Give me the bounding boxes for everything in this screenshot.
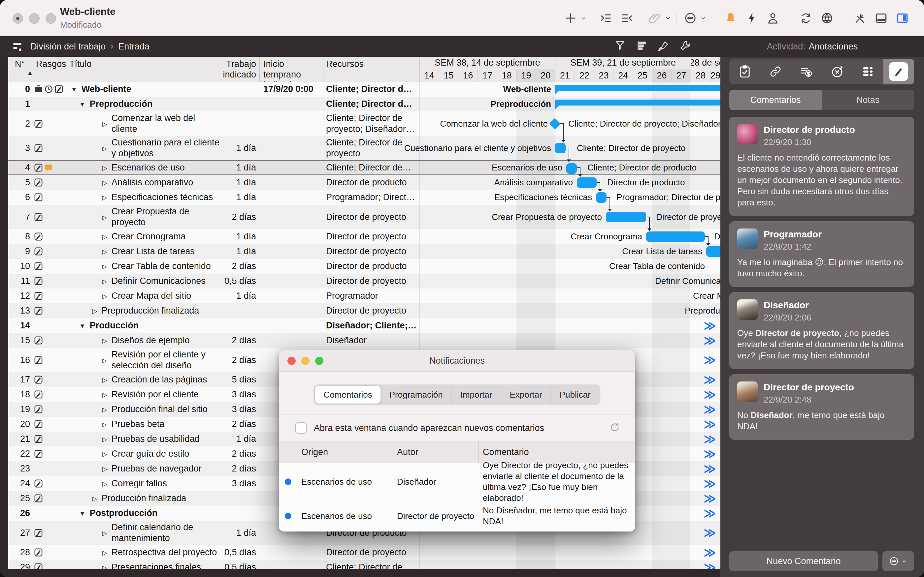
notifications-bell-icon[interactable] — [722, 10, 739, 27]
gantt-offscreen-indicator[interactable]: ≫ — [704, 432, 716, 446]
table-row[interactable]: 10▷Crear Tabla de contenido2 díasDirecto… — [8, 259, 720, 274]
breadcrumb[interactable]: División del trabajo › Entrada — [31, 36, 150, 57]
notif-tab-programación[interactable]: Programación — [381, 386, 451, 404]
column-header-inicio[interactable]: Inicio temprano indicado — [263, 57, 323, 82]
add-icon[interactable] — [562, 10, 579, 27]
gantt-offscreen-indicator[interactable]: ≫ — [704, 333, 716, 348]
tools-icon[interactable] — [851, 10, 869, 27]
panel-bottom-icon[interactable] — [872, 10, 890, 27]
collapse-triangle-icon[interactable]: ▼ — [79, 321, 86, 331]
table-row[interactable]: 5▷Análisis comparativo1 díaDirector de p… — [8, 175, 720, 190]
notif-tab-comentarios[interactable]: Comentarios — [315, 386, 381, 404]
brush-icon[interactable] — [657, 40, 670, 53]
gantt-task-bar[interactable] — [596, 192, 607, 203]
collapse-triangle-icon[interactable]: ▼ — [71, 84, 77, 95]
notif-column-autor[interactable]: Autor — [397, 441, 418, 463]
refresh-icon[interactable] — [609, 421, 621, 435]
minimize-button[interactable] — [29, 13, 40, 24]
notifications-titlebar[interactable]: Notificaciones — [279, 350, 635, 372]
gantt-summary-bar[interactable] — [555, 100, 720, 105]
table-row[interactable]: 1▼PreproducciónCliente; Director d…Prepr… — [8, 97, 720, 111]
chevron-down-icon[interactable] — [664, 10, 672, 27]
expand-triangle-icon[interactable]: ▷ — [102, 163, 107, 173]
wrench-icon[interactable] — [679, 40, 692, 53]
gantt-offscreen-indicator[interactable]: ≫ — [704, 560, 716, 569]
browser-icon[interactable] — [818, 10, 835, 27]
column-header-titulo[interactable]: Título — [69, 57, 195, 82]
gantt-offscreen-indicator[interactable]: ≫ — [704, 318, 716, 333]
close-button[interactable] — [13, 13, 23, 24]
close-icon[interactable] — [288, 357, 296, 365]
table-row[interactable]: 9▷Crear Lista de tareas1 díaDirector de … — [8, 244, 720, 259]
sort-ascending-icon[interactable]: ▲ — [27, 69, 33, 77]
expand-triangle-icon[interactable]: ▷ — [92, 306, 97, 316]
table-row[interactable]: 0▼Web-cliente17/9/20 0:00Cliente; Direct… — [8, 82, 720, 97]
gantt-offscreen-indicator[interactable]: ≫ — [704, 491, 716, 506]
zoom-icon[interactable] — [315, 357, 323, 365]
tab-comentarios[interactable]: Comentarios — [729, 90, 822, 110]
expand-triangle-icon[interactable]: ▷ — [102, 562, 107, 569]
table-row[interactable]: 6▷Especificaciones técnicas1 díaPrograma… — [8, 190, 720, 205]
gantt-task-bar[interactable] — [555, 143, 565, 153]
table-row[interactable]: 13▷Preproducción finalizadaDirector de p… — [8, 303, 720, 318]
expand-triangle-icon[interactable]: ▷ — [102, 434, 107, 445]
gantt-task-bar[interactable] — [646, 232, 705, 242]
gantt-offscreen-indicator[interactable]: ≫ — [704, 461, 716, 476]
table-row[interactable]: 28▷Retrospectiva del proyecto0,5 díasDir… — [8, 545, 720, 560]
expand-triangle-icon[interactable]: ▷ — [102, 246, 107, 257]
table-row[interactable]: 7▷Crear Propuesta de proyecto2 díasDirec… — [8, 205, 720, 229]
filter-icon[interactable] — [614, 40, 626, 53]
gantt-task-bar[interactable] — [606, 212, 646, 222]
expand-triangle-icon[interactable]: ▷ — [102, 479, 107, 489]
clipboard-check-icon[interactable] — [729, 59, 760, 84]
expand-triangle-icon[interactable]: ▷ — [102, 464, 107, 474]
chevron-down-icon[interactable] — [579, 10, 588, 27]
panel-right-icon[interactable] — [893, 10, 911, 27]
table-row[interactable]: 15▷Diseños de ejemplo2 díasDiseñador≫ — [8, 333, 720, 348]
notif-tab-exportar[interactable]: Exportar — [501, 386, 551, 404]
gantt-task-bar[interactable] — [566, 163, 577, 174]
expand-triangle-icon[interactable]: ▷ — [102, 143, 107, 154]
gantt-offscreen-indicator[interactable]: ≫ — [704, 506, 716, 521]
more-circle-icon[interactable] — [682, 10, 699, 27]
person-icon[interactable] — [764, 10, 782, 27]
expand-triangle-icon[interactable]: ▷ — [102, 261, 107, 272]
gantt-offscreen-indicator[interactable]: ≫ — [704, 417, 716, 432]
expand-triangle-icon[interactable]: ▷ — [102, 212, 107, 223]
table-row[interactable]: 11▷Definir Comunicaciones0,5 díasDirecto… — [8, 274, 720, 288]
sync-icon[interactable] — [797, 10, 814, 27]
notification-row[interactable]: Escenarios de usoDiseñadorOye Director d… — [279, 463, 635, 501]
table-row[interactable]: 4▷Escenarios de uso1 díaCliente; Directo… — [8, 160, 720, 175]
expand-triangle-icon[interactable]: ▷ — [102, 389, 107, 400]
cost-icon[interactable] — [791, 59, 822, 84]
chevron-down-icon[interactable] — [699, 10, 708, 27]
outdent-icon[interactable] — [619, 10, 636, 27]
table-row[interactable]: 3▷Cuestionario para el cliente y objetiv… — [8, 136, 720, 160]
link-icon[interactable] — [760, 59, 791, 84]
expand-triangle-icon[interactable]: ▷ — [102, 528, 107, 539]
annotations-pencil-icon[interactable] — [884, 59, 914, 84]
expand-triangle-icon[interactable]: ▷ — [102, 375, 107, 385]
expand-triangle-icon[interactable]: ▷ — [102, 192, 107, 203]
table-row[interactable]: 29▷Presentaciones finales0,5 díasCliente… — [8, 560, 720, 569]
expand-triangle-icon[interactable]: ▷ — [102, 177, 107, 188]
table-row[interactable]: 8▷Crear Cronograma1 díaDirector de proye… — [8, 229, 720, 244]
expand-triangle-icon[interactable]: ▷ — [102, 291, 107, 302]
minimize-icon[interactable] — [301, 357, 310, 365]
notification-row[interactable]: Escenarios de usoDirector de proyectoNo … — [279, 501, 635, 532]
table-row[interactable]: 14▼ProducciónDiseñador; Cliente;…≫ — [8, 318, 720, 333]
columns-icon[interactable] — [852, 59, 883, 84]
column-header-recursos[interactable]: Recursos — [326, 57, 418, 82]
expand-triangle-icon[interactable]: ▷ — [102, 276, 107, 287]
expand-triangle-icon[interactable]: ▷ — [102, 232, 107, 242]
expand-triangle-icon[interactable]: ▷ — [102, 404, 107, 415]
gantt-task-bar[interactable] — [706, 246, 720, 257]
notif-tab-importar[interactable]: Importar — [451, 386, 501, 404]
new-comment-button[interactable]: Nuevo Comentario — [729, 551, 878, 571]
gantt-summary-bar[interactable] — [555, 85, 720, 91]
expand-triangle-icon[interactable]: ▷ — [102, 419, 107, 430]
gantt-offscreen-indicator[interactable]: ≫ — [704, 387, 716, 402]
gantt-offscreen-indicator[interactable]: ≫ — [704, 372, 716, 387]
attach-icon[interactable] — [646, 10, 664, 27]
expand-triangle-icon[interactable]: ▷ — [102, 335, 107, 346]
